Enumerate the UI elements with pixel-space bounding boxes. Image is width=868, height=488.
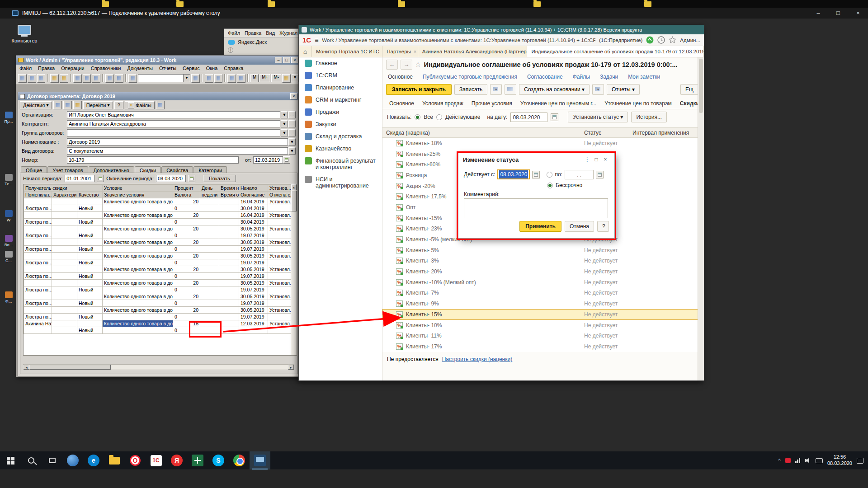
desktop-icon-fragment[interactable]: Ф...	[1, 291, 16, 304]
calendar-icon[interactable]	[188, 175, 195, 182]
valid-from-input[interactable]: 08.03.2020	[497, 169, 530, 179]
open-icon[interactable]	[28, 74, 36, 83]
table-row[interactable]: Количество одного товара в доку...2016.0…	[24, 212, 292, 219]
discount-row[interactable]: Клиенты- 20%Не действует	[382, 266, 698, 277]
table-row[interactable]: Люстра по...Новый030.04.2019	[24, 205, 292, 212]
maximize-button[interactable]: □	[828, 8, 848, 19]
contract-document-window[interactable]: Договор контрагента: Договор 2019 × Дейс…	[18, 92, 300, 376]
scroll-thumb[interactable]	[29, 365, 111, 370]
taskbar-app-skype[interactable]: S	[208, 451, 229, 469]
taskbar-app-opera[interactable]: O	[125, 451, 146, 469]
window-tab[interactable]: Акинина Наталья Александровна (Партнер)×	[418, 46, 528, 57]
sidebar-item-5[interactable]: Продажи	[299, 106, 382, 118]
desktop-icon-fragment[interactable]: Те...	[1, 174, 16, 186]
dialog-titlebar[interactable]: Изменение статуса ⋮ □ ×	[458, 153, 614, 166]
scroll-left-icon[interactable]: ◄	[24, 365, 29, 370]
chart-icon[interactable]	[237, 74, 245, 83]
table-row[interactable]: Количество одного товара в доку...2030.0…	[24, 225, 292, 232]
sidebar-item-3[interactable]: Планирование	[299, 82, 382, 94]
calc-М--button[interactable]: М-	[271, 74, 281, 82]
menu-Документы[interactable]: Документы	[124, 66, 156, 71]
menu-Правка[interactable]: Правка	[35, 66, 58, 71]
discount-row[interactable]: Клиенты -10% (Мелкий опт)Не действует	[382, 277, 698, 288]
task-view-button[interactable]	[42, 451, 62, 469]
taskbar-app-sheets[interactable]	[187, 451, 208, 469]
menu-Окна[interactable]: Окна	[203, 66, 221, 71]
sidebar-item-8[interactable]: Казначейство	[299, 143, 382, 155]
radio-perpetual[interactable]	[547, 183, 553, 188]
copy-icon-button[interactable]: ▾	[490, 84, 502, 95]
desktop-icon-fragment[interactable]: Пр...	[1, 112, 16, 124]
status-change-dialog[interactable]: Изменение статуса ⋮ □ × Действует с: 08.…	[458, 153, 615, 239]
save-icon[interactable]	[53, 101, 62, 109]
field-input[interactable]	[67, 129, 280, 136]
table-row[interactable]: Люстра по...Новый019.07.2019	[24, 259, 292, 266]
nav-link-6[interactable]: Мои заметки	[628, 74, 660, 80]
field-input[interactable]: ИП Лаврик Олег Вадимович	[67, 111, 280, 118]
table-row[interactable]: Люстра по...Новый019.07.2019	[24, 273, 292, 280]
network-icon[interactable]	[795, 458, 800, 463]
tray-app-icon[interactable]	[785, 458, 791, 463]
sidebar-item-2[interactable]: 1С:CRM	[299, 70, 382, 82]
menu-item-Файл[interactable]: Файл	[228, 30, 240, 36]
notification-center-icon[interactable]	[857, 458, 863, 464]
paste-icon[interactable]	[92, 74, 100, 83]
new-icon[interactable]	[18, 74, 27, 83]
print-icon[interactable]	[73, 101, 82, 109]
configure-discounts-link[interactable]: Настроить скидки (наценки)	[442, 356, 513, 362]
desktop-icon-computer[interactable]: Компьютер	[10, 25, 39, 43]
table-row[interactable]: Люстра по...Новый019.07.2019	[24, 286, 292, 293]
discount-row[interactable]: Клиенты- 18%Не действует	[382, 138, 698, 149]
clock[interactable]: 12:56 08.03.2020	[827, 454, 852, 467]
calendar-icon[interactable]	[532, 171, 540, 178]
cut-icon[interactable]	[73, 74, 82, 83]
menu-item-Вид[interactable]: Вид	[266, 30, 275, 36]
save-and-close-button[interactable]: Записать и закрыть	[386, 84, 452, 95]
discussions-icon[interactable]	[646, 36, 654, 44]
number-input[interactable]: 10-179	[67, 156, 239, 164]
table-row[interactable]: Люстра по...Новый019.07.2019	[24, 246, 292, 253]
volume-icon[interactable]	[805, 458, 811, 463]
chevron-down-icon[interactable]: ▼	[288, 147, 296, 155]
forward-arrow-icon[interactable]: →	[401, 60, 412, 70]
discount-row[interactable]: Клиенты- 3%Не действует	[382, 256, 698, 267]
table-row[interactable]: Количество одного товара в доку...2030.0…	[24, 293, 292, 300]
globe-icon[interactable]	[156, 101, 165, 109]
desktop-icon-fragment[interactable]: W	[1, 210, 16, 222]
create-based-on-button[interactable]: Создать на основании ▾	[519, 84, 590, 95]
search-combo-input[interactable]: ▼	[138, 74, 191, 82]
files-button[interactable]: Файлы	[125, 101, 155, 109]
taskbar-app-edge[interactable]: e	[83, 451, 104, 469]
sidebar-item-10[interactable]: НСИ и администрирование	[299, 174, 382, 192]
radio-all[interactable]	[415, 114, 420, 120]
close-icon[interactable]: ×	[290, 93, 297, 99]
perpetual-label[interactable]: Бессрочно	[556, 182, 582, 188]
zoom-out-icon[interactable]	[214, 74, 223, 83]
close-button[interactable]: ×	[848, 8, 868, 19]
menu-Справочники[interactable]: Справочники	[88, 66, 124, 71]
kebab-menu-icon[interactable]: ⋮	[583, 156, 592, 163]
vertical-scrollbar[interactable]: ▲	[291, 184, 297, 355]
table-row[interactable]: Количество одного товара в доку...2030.0…	[24, 307, 292, 314]
favorites-star-icon[interactable]	[669, 36, 676, 44]
page-tab[interactable]: Уточнение цен по ценовым г...	[516, 99, 600, 108]
discount-row[interactable]: Клиенты- 9%Не действует	[382, 298, 698, 309]
set-status-button[interactable]: Установить статус ▾	[568, 112, 628, 122]
menu-item-Журнал[interactable]: Журнал	[279, 30, 297, 36]
discount-row[interactable]: Клиенты- 17%Не действует	[382, 341, 698, 352]
desktop-icon-fragment[interactable]: Ви...	[1, 235, 16, 247]
help-button[interactable]: ?	[597, 221, 609, 232]
undo-icon[interactable]	[105, 74, 114, 83]
period-start-input[interactable]: 01.01.2001	[65, 175, 94, 182]
history-button[interactable]: История...	[631, 112, 667, 122]
table-row[interactable]: Акинина Наталья АлександровнаКоличество …	[24, 320, 292, 327]
scroll-right-icon[interactable]: ►	[288, 365, 294, 370]
menu-Отчеты[interactable]: Отчеты	[156, 66, 179, 71]
table-row[interactable]: Количество одного товара в доку...2030.0…	[24, 239, 292, 246]
maximize-icon[interactable]: □	[592, 156, 601, 163]
to-date-input[interactable]: . .	[565, 170, 594, 179]
more-button[interactable]: Ещ	[680, 84, 698, 95]
start-button[interactable]	[0, 451, 21, 469]
page-tab[interactable]: Уточнение цен по товарам	[600, 99, 676, 108]
browse-ellipsis-button[interactable]: …	[288, 129, 296, 136]
